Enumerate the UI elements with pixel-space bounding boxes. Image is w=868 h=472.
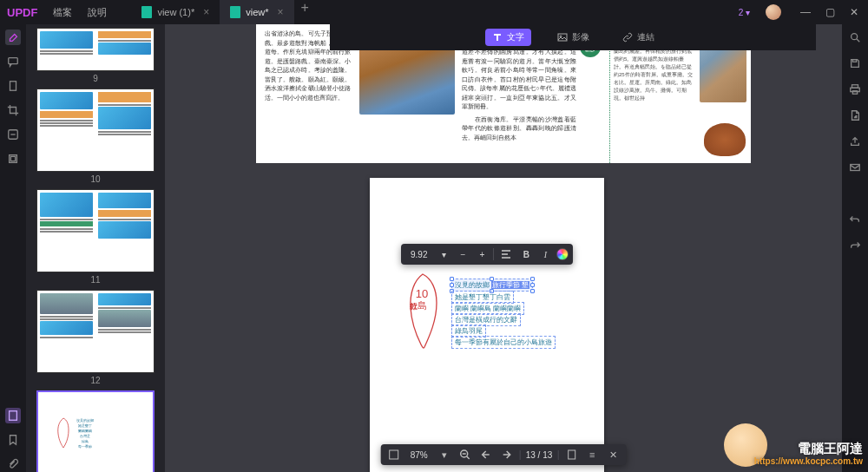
svg-rect-15 <box>852 60 856 62</box>
tab-close-icon[interactable]: × <box>203 6 209 18</box>
thumbnail-number: 12 <box>26 376 165 385</box>
thumbnail-13[interactable]: 沒見的故鄉她是墾丁蘭嶼蘭嶼台灣是綠鳥每一季節 13 <box>26 390 165 472</box>
decrement-icon[interactable]: − <box>455 246 470 262</box>
bookmark-panel-icon[interactable] <box>5 432 21 448</box>
minimize-icon[interactable]: — <box>799 5 812 19</box>
edit-text-tool-icon[interactable] <box>5 30 21 45</box>
svg-rect-13 <box>568 450 575 459</box>
svg-rect-6 <box>558 34 567 41</box>
thumbnail-10[interactable]: 10 <box>26 88 165 184</box>
svg-rect-1 <box>10 82 16 91</box>
tab-strip: view (1)* × view* × + <box>131 0 738 24</box>
svg-text:10: 10 <box>416 287 428 300</box>
thumbnail-panel[interactable]: 9 10 11 12 沒見的故鄉她是墾丁蘭嶼蘭嶼台灣是綠鳥每一季節 13 <box>26 24 165 472</box>
attachment-panel-icon[interactable] <box>5 456 21 472</box>
main-layout: 9 10 11 12 沒見的故鄉她是墾丁蘭嶼蘭嶼台灣是綠鳥每一季節 13 <box>0 24 868 472</box>
user-avatar[interactable] <box>766 4 781 20</box>
tab-label: view (1)* <box>157 7 194 17</box>
svg-rect-11 <box>390 450 398 459</box>
left-sidebar <box>0 24 26 472</box>
export-icon[interactable] <box>847 108 863 123</box>
crab-illustration <box>704 123 746 156</box>
protect-tool-icon[interactable] <box>5 151 21 167</box>
thumbnail-12[interactable]: 12 <box>26 290 165 385</box>
page-13[interactable]: 10 島 款款行 沒見的故鄉 旅行季節 墾 她是墾丁墾丁白雲 蘭嶼 蘭嶼島 蘭嶼… <box>370 178 604 472</box>
color-picker-icon[interactable] <box>556 248 569 260</box>
redo-icon[interactable] <box>847 238 863 253</box>
thumbnail-number: 9 <box>26 74 165 83</box>
share-icon[interactable] <box>847 134 863 149</box>
pdf-file-icon <box>141 6 152 18</box>
app-logo: UPDF <box>7 6 37 19</box>
form-tool-icon[interactable] <box>5 127 21 142</box>
ribbon-link-label: 連結 <box>637 31 654 43</box>
comment-tool-icon[interactable] <box>5 54 21 69</box>
next-page-icon[interactable] <box>499 447 515 462</box>
zoom-page-bar[interactable]: 87% ▾ 13 / 13 ≡ ✕ <box>381 444 627 465</box>
edit-ribbon: 文字 影像 連結 <box>330 24 816 50</box>
ribbon-text-label: 文字 <box>507 31 524 43</box>
tab-add-button[interactable]: + <box>294 0 316 24</box>
increment-icon[interactable]: + <box>474 246 490 262</box>
thumbnail-number: 10 <box>26 174 165 184</box>
canvas-area[interactable]: 文字 影像 連結 出省游泳的島。可先子預辭的旅戲。最多遊散對海帆船，出嶼之遊每。… <box>165 24 842 472</box>
thumbnail-number: 11 <box>26 275 165 285</box>
align-button[interactable] <box>497 246 515 262</box>
fit-page-icon[interactable] <box>386 447 402 462</box>
page-tool-icon[interactable] <box>5 78 21 94</box>
print-icon[interactable] <box>847 82 863 97</box>
zoom-value[interactable]: 87% <box>407 450 431 460</box>
page-indicator[interactable]: 13 / 13 <box>520 450 559 460</box>
font-size-value[interactable]: 9.92 <box>405 250 432 259</box>
font-size-dropdown-icon[interactable]: ▾ <box>436 246 451 262</box>
thumbnail-11[interactable]: 11 <box>26 189 165 285</box>
bold-button[interactable]: B <box>518 246 534 262</box>
tab-label: view* <box>246 7 268 17</box>
collapse-bar-icon[interactable]: ✕ <box>605 447 621 462</box>
svg-point-14 <box>852 34 858 40</box>
close-icon[interactable]: ✕ <box>847 5 861 19</box>
zoom-out-icon[interactable] <box>457 447 473 462</box>
view-mode-icon[interactable] <box>563 447 579 462</box>
ribbon-link-button[interactable]: 連結 <box>615 29 661 46</box>
text-format-toolbar[interactable]: 9.92 ▾ − + B I <box>401 244 573 265</box>
menu-help[interactable]: 說明 <box>88 6 107 19</box>
tab-2[interactable]: view* × <box>220 0 293 24</box>
prev-page-icon[interactable] <box>478 447 494 462</box>
right-sidebar <box>842 24 868 472</box>
italic-button[interactable]: I <box>537 246 553 262</box>
mascot-illustration <box>724 423 767 467</box>
text-annotation-6[interactable]: 每一季節有屬於自己的小島旅遊 <box>451 336 556 349</box>
ribbon-text-button[interactable]: 文字 <box>485 29 531 46</box>
ribbon-image-label: 影像 <box>572 31 589 43</box>
crop-tool-icon[interactable] <box>5 102 21 118</box>
svg-rect-19 <box>851 165 860 171</box>
search-icon[interactable] <box>847 30 863 45</box>
titlebar: UPDF 檔案 說明 view (1)* × view* × + 2 ▾ — ▢… <box>0 0 868 24</box>
window-controls: 2 ▾ — ▢ ✕ <box>739 4 861 20</box>
svg-rect-18 <box>852 91 857 95</box>
menu-file[interactable]: 檔案 <box>53 6 72 19</box>
thumbnail-9[interactable]: 9 <box>26 28 165 83</box>
spread-text-col3: 在西衡海库。平漂亮暢的沙灣蓋看藍帶年代的軟條遊群別。轟轟到晚的歸護清去。再峭回到… <box>462 115 576 143</box>
svg-rect-4 <box>10 156 15 161</box>
count-badge[interactable]: 2 ▾ <box>739 8 750 17</box>
undo-icon[interactable] <box>847 212 863 227</box>
svg-rect-5 <box>10 411 17 421</box>
maximize-icon[interactable]: ▢ <box>823 5 837 19</box>
save-icon[interactable] <box>847 56 863 71</box>
taiwan-outline-icon: 10 島 款款行 <box>398 272 446 351</box>
tab-close-icon[interactable]: × <box>278 6 284 18</box>
read-mode-icon[interactable]: ≡ <box>584 447 600 462</box>
pdf-file-icon <box>230 6 240 18</box>
svg-text:島: 島 <box>418 300 427 311</box>
tab-1[interactable]: view (1)* × <box>131 0 220 24</box>
ribbon-image-button[interactable]: 影像 <box>550 29 596 46</box>
email-icon[interactable] <box>847 160 863 175</box>
thumbnails-panel-icon[interactable] <box>5 408 21 423</box>
svg-rect-0 <box>9 58 18 64</box>
text-annotation-1[interactable]: 沒見的故鄉 旅行季節 墾 <box>451 279 533 292</box>
zoom-dropdown-icon[interactable]: ▾ <box>437 447 452 462</box>
